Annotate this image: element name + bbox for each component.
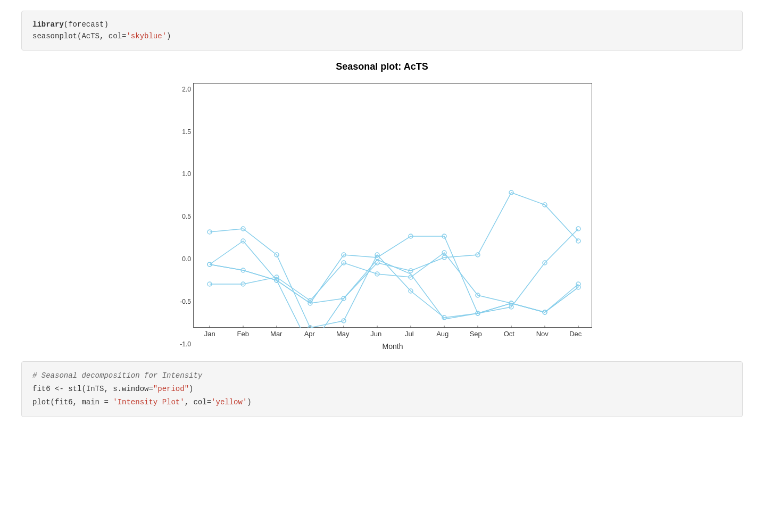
bottom-code-line2: fit6 <- stl(InTS, s.window="period") <box>32 383 732 396</box>
bottom-line3-str1: 'Intensity Plot' <box>113 398 184 406</box>
x-label-jun: Jun <box>360 330 393 338</box>
series-2-line <box>210 229 578 328</box>
x-label-may: May <box>326 330 360 338</box>
code-text-2: seasonplot(AcTS, col= <box>32 32 126 40</box>
x-label-dec: Dec <box>559 330 593 338</box>
y-tick-5: 1.5 <box>182 128 191 136</box>
chart-svg: .series-line { fill: none; stroke: #87ce… <box>194 84 593 328</box>
x-label-aug: Aug <box>426 330 460 338</box>
bottom-line2-post: ) <box>189 385 193 393</box>
code-text-3: ) <box>167 32 171 40</box>
x-label-feb: Feb <box>227 330 260 338</box>
x-label-mar: Mar <box>260 330 293 338</box>
bottom-line2-str: "period" <box>153 385 189 393</box>
y-tick-1: -0.5 <box>180 298 191 305</box>
x-axis-container: .series-line { fill: none; stroke: #87ce… <box>193 83 592 351</box>
keyword-library: library <box>32 20 64 29</box>
x-ticks: Jan Feb Mar Apr May Jun Jul Aug Sep Oct … <box>193 328 592 339</box>
y-tick-6: 2.0 <box>182 86 191 93</box>
y-tick-0: -1.0 <box>180 340 191 348</box>
chart-title: Seasonal plot: AcTS <box>336 61 428 72</box>
bottom-line3-pre: plot(fit6, main = <box>32 398 113 406</box>
code-line-2: seasonplot(AcTS, col='skyblue') <box>32 30 732 42</box>
x-label-jul: Jul <box>393 330 426 338</box>
chart-area: Seasonal plot: AcTS 2.0 1.5 1.0 0.5 0.0 … <box>21 61 743 351</box>
series-4-line <box>210 236 578 313</box>
y-tick-4: 1.0 <box>182 170 191 178</box>
bottom-code-line3: plot(fit6, main = 'Intensity Plot', col=… <box>32 396 732 409</box>
bottom-line3-post: ) <box>247 398 251 406</box>
plot-box: .series-line { fill: none; stroke: #87ce… <box>193 83 592 328</box>
x-label-apr: Apr <box>293 330 327 338</box>
x-label-jan: Jan <box>193 330 227 338</box>
bottom-line3-str2: 'yellow' <box>211 398 247 406</box>
y-tick-3: 0.5 <box>182 213 191 220</box>
x-label-nov: Nov <box>526 330 559 338</box>
bottom-code-block: # Seasonal decomposition for Intensity f… <box>21 361 743 418</box>
bottom-line2-pre: fit6 <- stl(InTS, s.window= <box>32 385 153 393</box>
bottom-line3-mid: , col= <box>185 398 211 406</box>
series-3-line <box>210 253 578 312</box>
x-label-oct: Oct <box>493 330 526 338</box>
code-text-1: (forecast) <box>64 20 109 29</box>
x-axis-label: Month <box>383 342 403 351</box>
chart-container: 2.0 1.5 1.0 0.5 0.0 -0.5 -1.0 .series- <box>172 83 592 351</box>
code-line-1: library(forecast) <box>32 19 732 30</box>
top-code-block: library(forecast) seasonplot(AcTS, col='… <box>21 11 743 51</box>
bottom-code-comment: # Seasonal decomposition for Intensity <box>32 369 732 383</box>
code-string-1: 'skyblue' <box>126 32 167 40</box>
series-1-line <box>210 193 578 328</box>
x-label-sep: Sep <box>459 330 493 338</box>
y-tick-2: 0.0 <box>182 255 191 263</box>
y-ticks: 2.0 1.5 1.0 0.5 0.0 -0.5 -1.0 <box>174 83 193 351</box>
series-5-line <box>210 260 578 319</box>
